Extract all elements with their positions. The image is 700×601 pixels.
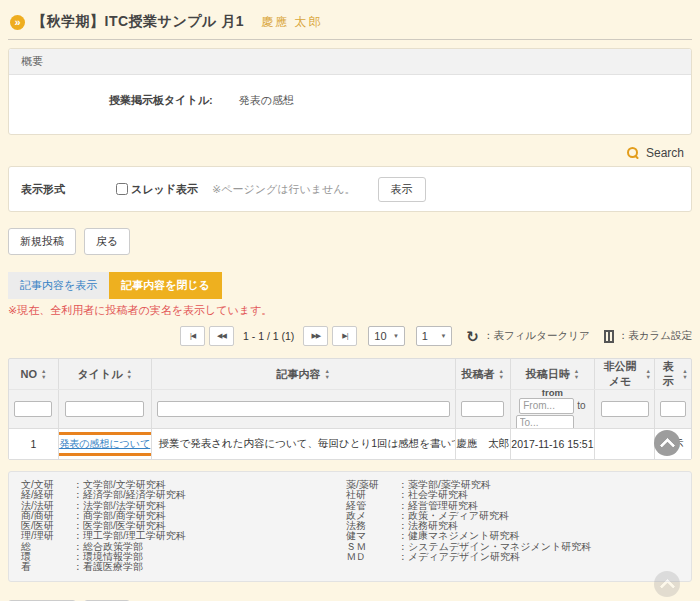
next-page-button[interactable]: ▶▶ — [303, 326, 328, 346]
post-title-link[interactable]: 発表の感想について — [59, 438, 150, 449]
filter-date-to-input[interactable] — [516, 415, 574, 429]
bullet-arrow-icon: » — [10, 15, 25, 30]
table-header-row: NO ▲▼ タイトル ▲▼ 記事内容 ▲▼ 投稿者 ▲▼ 投稿日時 ▲▼ 非公開… — [9, 359, 691, 389]
content-tabs: 記事内容を表示 記事内容を閉じる — [8, 272, 692, 299]
legend-item: 法/法研：法学部/法学研究科 — [21, 501, 346, 511]
filter-memo-input[interactable] — [601, 401, 649, 417]
scroll-to-top-button-faint[interactable] — [654, 571, 680, 597]
col-label: 表示 — [658, 359, 678, 389]
scroll-to-top-button[interactable] — [654, 430, 680, 456]
tab-show-content[interactable]: 記事内容を表示 — [8, 272, 109, 299]
new-post-button[interactable]: 新規投稿 — [8, 228, 76, 255]
col-label: 投稿者 — [461, 367, 494, 382]
page-header: » 【秋学期】ITC授業サンプル 月1 慶應 太郎 — [8, 8, 692, 40]
filter-date-from-input[interactable] — [519, 398, 574, 414]
col-label: 記事内容 — [276, 367, 320, 382]
thread-display-label: スレッド表示 — [131, 182, 198, 197]
page-title: 【秋学期】ITC授業サンプル 月1 — [32, 13, 244, 31]
chevron-up-icon — [659, 437, 675, 453]
page-size-value: 10 — [374, 330, 386, 342]
legend-item: ＭＤ：メディアデザイン研究科 — [346, 552, 671, 562]
sort-icon: ▲▼ — [127, 369, 132, 380]
legend-item: 社研：社会学研究科 — [346, 490, 671, 500]
posts-table: NO ▲▼ タイトル ▲▼ 記事内容 ▲▼ 投稿者 ▲▼ 投稿日時 ▲▼ 非公開… — [8, 358, 692, 460]
col-label: 非公開メモ — [599, 359, 642, 389]
search-link[interactable]: Search — [646, 146, 684, 160]
legend-item: 環：環境情報学部 — [21, 552, 346, 562]
legend-item: 経/経研：経済学部/経済学研究科 — [21, 490, 346, 500]
row-memo — [595, 429, 655, 459]
filter-content-input[interactable] — [157, 401, 450, 417]
col-label: NO — [20, 368, 37, 380]
table-columns-icon[interactable] — [604, 330, 614, 343]
row-no: 1 — [9, 429, 59, 459]
col-header-content[interactable]: 記事内容 ▲▼ — [152, 359, 456, 389]
col-header-no[interactable]: NO ▲▼ — [9, 359, 59, 389]
prev-page-button[interactable]: ◀◀ — [209, 326, 234, 346]
board-title-label: 授業掲示板タイトル: — [109, 93, 213, 108]
col-header-display[interactable]: 表示 ▲▼ — [655, 359, 691, 389]
last-page-button[interactable]: ▶| — [332, 326, 357, 346]
display-button[interactable]: 表示 — [378, 177, 426, 202]
faculty-legend: 文/文研：文学部/文学研究科 経/経研：経済学部/経済学研究科 法/法研：法学部… — [8, 471, 692, 582]
legend-item: 看：看護医療学部 — [21, 562, 346, 572]
realname-notice: ※現在、全利用者に投稿者の実名を表示しています。 — [8, 303, 692, 318]
display-format-box: 表示形式 スレッド表示 ※ページングは行いません。 表示 — [8, 166, 692, 212]
board-title-value: 発表の感想 — [239, 93, 294, 108]
legend-item: 薬/薬研：薬学部/薬学研究科 — [346, 480, 671, 490]
legend-item: 総：総合政策学部 — [21, 542, 346, 552]
row-author: 慶應 太郎 — [456, 429, 511, 459]
col-header-title[interactable]: タイトル ▲▼ — [59, 359, 152, 389]
filter-author-input[interactable] — [461, 401, 504, 417]
sort-icon: ▲▼ — [645, 369, 650, 380]
pagination-bar: |◀ ◀◀ 1 - 1 / 1 (1) ▶▶ ▶| 10 ▼ 1 ▼ ↻ ：表フ… — [180, 325, 692, 347]
date-filter: from to — [511, 390, 595, 428]
paging-note: ※ページングは行いません。 — [212, 182, 356, 197]
tab-close-content[interactable]: 記事内容を閉じる — [109, 272, 222, 299]
page-size-select[interactable]: 10 ▼ — [368, 326, 404, 346]
filter-display-input[interactable] — [660, 401, 686, 417]
chevron-down-icon: ▼ — [440, 333, 446, 339]
row-posted-at: 2017-11-16 15:51 — [511, 429, 596, 459]
search-row: Search — [8, 145, 684, 161]
legend-item: 政メ：政策・メディア研究科 — [346, 511, 671, 521]
user-name-link[interactable]: 慶應 太郎 — [261, 14, 322, 31]
filter-clear-label[interactable]: ：表フィルタークリア — [483, 329, 590, 343]
from-label: from — [542, 390, 563, 397]
highlight-box: 発表の感想について — [59, 432, 152, 456]
filter-no-input[interactable] — [14, 401, 52, 417]
sort-icon: ▲▼ — [324, 369, 329, 380]
col-header-date[interactable]: 投稿日時 ▲▼ — [511, 359, 596, 389]
sort-icon: ▲▼ — [574, 369, 579, 380]
legend-left-column: 文/文研：文学部/文学研究科 経/経研：経済学部/経済学研究科 法/法研：法学部… — [21, 480, 346, 573]
to-label: to — [577, 400, 585, 411]
page-range: 1 - 1 / 1 (1) — [243, 330, 294, 342]
table-row: 1 発表の感想について 授業で発表された内容について、毎回ひとり1回は感想を書い… — [9, 428, 691, 459]
legend-item: 理/理研：理工学部/理工学研究科 — [21, 531, 346, 541]
first-page-button[interactable]: |◀ — [180, 326, 205, 346]
top-action-row: 新規投稿 戻る — [8, 228, 692, 255]
col-header-author[interactable]: 投稿者 ▲▼ — [456, 359, 511, 389]
page-number-value: 1 — [422, 330, 428, 342]
filter-clear-icon[interactable]: ↻ — [466, 329, 479, 344]
display-format-label: 表示形式 — [21, 182, 116, 197]
back-button[interactable]: 戻る — [84, 228, 130, 255]
overview-box: 概要 授業掲示板タイトル: 発表の感想 — [8, 48, 692, 135]
sort-icon: ▲▼ — [682, 369, 687, 380]
column-config-label[interactable]: ：表カラム設定 — [618, 329, 692, 343]
overview-tab-label: 概要 — [9, 49, 691, 75]
search-icon — [627, 147, 640, 160]
col-label: タイトル — [77, 367, 122, 382]
chevron-up-icon — [659, 578, 675, 594]
row-content: 授業で発表された内容について、毎回ひとり1回は感想を書いてください。 — [159, 437, 456, 451]
page: » 【秋学期】ITC授業サンプル 月1 慶應 太郎 概要 授業掲示板タイトル: … — [0, 0, 700, 601]
filter-title-input[interactable] — [65, 401, 144, 417]
col-label: 投稿日時 — [526, 367, 570, 382]
chevron-down-icon: ▼ — [393, 333, 399, 339]
thread-display-checkbox[interactable] — [116, 183, 128, 195]
col-header-memo[interactable]: 非公開メモ ▲▼ — [595, 359, 655, 389]
sort-icon: ▲▼ — [498, 369, 503, 380]
legend-right-column: 薬/薬研：薬学部/薬学研究科 社研：社会学研究科 経管：経営管理研究科 政メ：政… — [346, 480, 671, 573]
page-number-select[interactable]: 1 ▼ — [416, 326, 452, 346]
overview-body: 授業掲示板タイトル: 発表の感想 — [9, 75, 691, 134]
